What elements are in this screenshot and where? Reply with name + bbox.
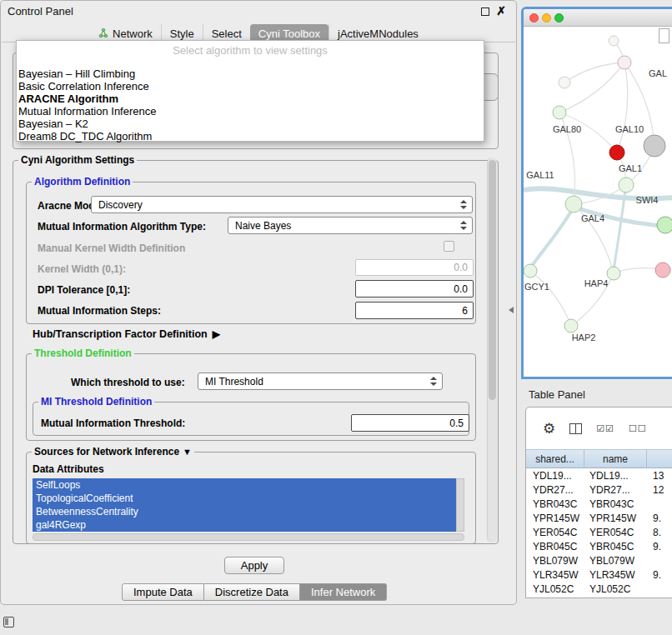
list-vertical-scrollbar[interactable] [456, 478, 464, 532]
table-cell: YPR145W [584, 512, 647, 524]
table-row[interactable]: YDR27...YDR27...12 [526, 482, 672, 497]
minimize-traffic-icon[interactable] [542, 13, 551, 22]
table-cell: YLR345W [526, 569, 584, 581]
pink-node[interactable] [655, 262, 670, 278]
node-label-swi4: SWI4 [636, 195, 659, 205]
node-label-gal80: GAL80 [553, 124, 581, 134]
faint-node-b[interactable] [609, 36, 619, 46]
algorithm-option-basic-correlation-inference[interactable]: Basic Correlation Inference [17, 80, 484, 92]
algorithm-option-bayesian-hill-climbing[interactable]: Bayesian – Hill Climbing [17, 68, 484, 80]
table-cell: YER054C [584, 527, 647, 538]
network-edge[interactable] [564, 62, 624, 82]
mi-threshold-field[interactable]: 0.5 [351, 414, 469, 432]
gear-icon[interactable]: ⚙ [543, 420, 555, 438]
scrollbar-thumb[interactable] [489, 160, 496, 400]
algorithm-option-bayesian-k2[interactable]: Bayesian – K2 [17, 118, 484, 130]
gcy1-node[interactable] [524, 264, 537, 278]
sources-title[interactable]: Sources for Network Inference▼ [32, 446, 194, 458]
combo-arrows-icon [460, 200, 467, 209]
mi-steps-field[interactable]: 6 [355, 302, 474, 319]
network-edge[interactable] [617, 62, 628, 152]
bottom-tab-discretize-data[interactable]: Discretize Data [204, 583, 300, 601]
close-traffic-icon[interactable] [529, 13, 539, 22]
attribute-item-betweennesscentrality[interactable]: BetweennessCentrality [33, 505, 456, 518]
which-threshold-label: Which threshold to use: [71, 377, 185, 388]
network-edge[interactable] [559, 62, 624, 112]
manual-kernel-checkbox[interactable] [444, 241, 454, 252]
network-edge-wide[interactable] [530, 210, 572, 268]
gal80-node[interactable] [553, 106, 566, 119]
table-toolbar: ⚙ ☑☑ ☐☐ [526, 408, 672, 449]
table-row[interactable]: YBR043CYBR043C [526, 497, 672, 511]
aracne-mode-select[interactable]: Discovery [91, 196, 473, 213]
table-cell: 8. [647, 527, 672, 538]
float-window-icon[interactable] [481, 8, 489, 16]
network-edge[interactable] [530, 271, 571, 326]
dpi-tolerance-field[interactable]: 0.0 [355, 280, 474, 298]
mi-type-select[interactable]: Naive Bayes [228, 217, 473, 234]
bright-green-node[interactable] [657, 217, 672, 233]
node-label-gal11: GAL11 [526, 170, 554, 180]
column-header-shared-[interactable]: shared... [526, 450, 584, 468]
algorithm-option-dream8-dc-tdc-algorithm[interactable]: Dream8 DC_TDC Algorithm [17, 130, 484, 142]
faint-pink-node[interactable] [618, 56, 631, 69]
table-row[interactable]: YBR045CYBR045C9. [526, 539, 672, 553]
table-row[interactable]: YJL052CYJL052C [526, 582, 672, 596]
table-header: shared...name [526, 449, 672, 468]
table-cell: YDR27... [526, 484, 584, 496]
gal10-red-node[interactable] [609, 145, 624, 160]
table-cell: YDR27... [584, 484, 647, 496]
table-row[interactable]: YDL19...YDL19...13 [526, 468, 672, 482]
settings-scrollbar[interactable] [487, 158, 497, 542]
node-label-gal4: GAL4 [581, 213, 604, 223]
gal1-node[interactable] [619, 178, 634, 192]
network-edge-wide[interactable] [614, 189, 625, 270]
table-cell: YDL19... [584, 470, 647, 482]
deselect-checkboxes-icon[interactable]: ☐☐ [629, 423, 647, 434]
table-row[interactable]: YBL079WYBL079W [526, 553, 672, 568]
dock-panel-icon[interactable] [3, 617, 14, 628]
bottom-tab-impute-data[interactable]: Impute Data [122, 583, 204, 601]
column-header-name[interactable]: name [584, 450, 647, 468]
attribute-item-gal4rgexp[interactable]: gal4RGexp [33, 518, 456, 532]
hap2-node[interactable] [564, 319, 578, 332]
window-title: Control Panel [8, 5, 73, 18]
node-label-gcy1: GCY1 [524, 282, 549, 292]
apply-button[interactable]: Apply [224, 557, 284, 574]
network-toolbar-fragment[interactable] [659, 28, 669, 43]
table-cell: YLR345W [584, 569, 647, 581]
table-row[interactable]: YLR345WYLR345W9. [526, 568, 672, 582]
tab-label: Network [113, 28, 153, 40]
column-header-2[interactable] [647, 450, 672, 468]
kernel-width-field[interactable]: 0.0 [355, 259, 474, 276]
gal4-node[interactable] [565, 196, 582, 212]
bottom-tab-bar: Impute DataDiscretize DataInfer Network [122, 583, 387, 601]
table-cell: YJL052C [584, 583, 647, 595]
attribute-item-topologicalcoefficient[interactable]: TopologicalCoefficient [33, 492, 456, 505]
mi-threshold-title: MI Threshold Definition [38, 396, 154, 408]
hub-definition-toggle[interactable]: Hub/Transcription Factor Definition▶ [33, 328, 220, 340]
columns-icon[interactable] [569, 423, 582, 434]
which-threshold-select[interactable]: MI Threshold [198, 372, 443, 390]
algorithm-option-aracne-algorithm[interactable]: ARACNE Algorithm [17, 92, 484, 105]
node-label-gal10: GAL10 [615, 124, 644, 134]
algorithm-option-mutual-information-inference[interactable]: Mutual Information Inference [17, 105, 484, 118]
node-label-gal1: GAL1 [619, 163, 642, 173]
tab-label: Cyni Toolbox [258, 28, 320, 40]
hap4-node[interactable] [607, 267, 620, 280]
settings-group-title: Cyni Algorithm Settings [18, 154, 137, 166]
zoom-traffic-icon[interactable] [554, 13, 564, 22]
panel-resize-arrow[interactable] [509, 307, 514, 313]
list-horizontal-scrollbar[interactable] [33, 533, 464, 541]
attribute-item-selfloops[interactable]: SelfLoops [33, 478, 456, 492]
bottom-tab-infer-network[interactable]: Infer Network [300, 583, 387, 601]
network-canvas[interactable]: GALGAL80GAL10GAL11GAL1SWI4GAL4GCY1HAP4HA… [524, 27, 672, 377]
data-attributes-list[interactable]: SelfLoopsTopologicalCoefficientBetweenne… [33, 478, 456, 532]
close-icon[interactable]: ✗ [496, 4, 506, 18]
faint-node-a[interactable] [559, 77, 570, 88]
table-row[interactable]: YPR145WYPR145W9. [526, 511, 672, 525]
table-row[interactable]: YER054CYER054C8. [526, 525, 672, 539]
mi-steps-label: Mutual Information Steps: [38, 305, 161, 317]
select-all-checkboxes-icon[interactable]: ☑☑ [596, 423, 614, 434]
gray-node[interactable] [644, 135, 665, 157]
